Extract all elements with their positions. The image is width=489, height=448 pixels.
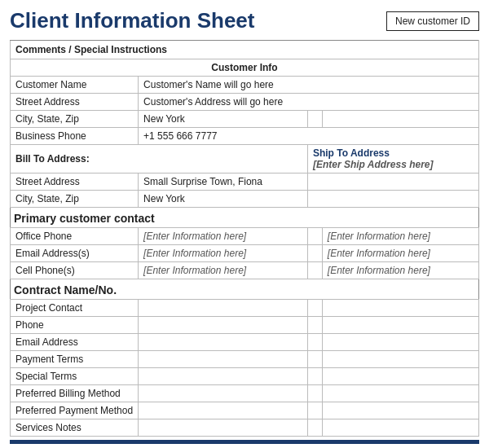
email-row: Email Address(s) [Enter Information here… (11, 245, 479, 262)
customer-info-header-row: Customer Info (11, 59, 479, 77)
header: Client Information Sheet New customer ID (10, 8, 479, 33)
preferred-billing-val1 (139, 385, 308, 402)
payment-terms-val1 (139, 351, 308, 368)
bill-street-extra (307, 173, 478, 191)
cell-phone-label: Cell Phone(s) (11, 262, 139, 279)
preferred-billing-val3 (322, 385, 478, 402)
payment-terms-row: Payment Terms (11, 351, 479, 368)
business-phone-row: Business Phone +1 555 666 7777 (11, 128, 479, 145)
special-terms-row: Special Terms (11, 368, 479, 385)
payment-terms-label: Payment Terms (11, 351, 139, 368)
payment-terms-val2 (307, 351, 322, 368)
phone-row: Phone (11, 317, 479, 334)
project-contact-row: Project Contact (11, 300, 479, 317)
business-phone-label: Business Phone (11, 128, 139, 145)
bill-street-label: Street Address (11, 173, 139, 191)
special-terms-val1 (139, 368, 308, 385)
cell-phone-row: Cell Phone(s) [Enter Information here] [… (11, 262, 479, 279)
customer-name-value: Customer's Name will go here (139, 77, 479, 94)
email-address-val1 (139, 334, 308, 351)
preferred-billing-label: Preferred Billing Method (11, 385, 139, 402)
cell-phone-col2: [Enter Information here] (322, 262, 478, 279)
preferred-payment-label: Preferred Payment Method (11, 402, 139, 419)
city-state-zip-value: New York (139, 111, 308, 128)
email-address-val3 (322, 334, 478, 351)
preferred-payment-val3 (322, 402, 478, 419)
email-mid (307, 245, 322, 262)
office-phone-col2: [Enter Information here] (322, 228, 478, 245)
preferred-payment-val1 (139, 402, 308, 419)
city-state-zip-extra2 (322, 111, 478, 128)
bill-street-row: Street Address Small Surprise Town, Fion… (11, 173, 479, 191)
primary-contact-title: Primary customer contact (11, 208, 479, 228)
preferred-billing-row: Preferred Billing Method (11, 385, 479, 402)
city-state-zip-label: City, State, Zip (11, 111, 139, 128)
ship-to-value: [Enter Ship Address here] (313, 159, 434, 170)
email-col2: [Enter Information here] (322, 245, 478, 262)
phone-val3 (322, 317, 478, 334)
bill-city-label: City, State, Zip (11, 191, 139, 208)
contract-title-row: Contract Name/No. (11, 279, 479, 300)
office-phone-mid (307, 228, 322, 245)
phone-val1 (139, 317, 308, 334)
new-customer-button[interactable]: New customer ID (386, 11, 479, 31)
cell-phone-col1: [Enter Information here] (139, 262, 308, 279)
office-phone-label: Office Phone (11, 228, 139, 245)
street-address-value: Customer's Address will go here (139, 94, 479, 111)
bill-street-value: Small Surprise Town, Fiona (139, 173, 308, 191)
bill-city-value: New York (139, 191, 308, 208)
project-contact-val2 (307, 300, 322, 317)
bill-city-row: City, State, Zip New York (11, 191, 479, 208)
email-address-val2 (307, 334, 322, 351)
email-col1: [Enter Information here] (139, 245, 308, 262)
street-address-label: Street Address (11, 94, 139, 111)
project-contact-val1 (139, 300, 308, 317)
special-terms-val2 (307, 368, 322, 385)
special-terms-val3 (322, 368, 478, 385)
primary-contact-title-row: Primary customer contact (11, 208, 479, 228)
page-title: Client Information Sheet (10, 8, 254, 33)
contract-title: Contract Name/No. (11, 279, 479, 300)
project-contact-label: Project Contact (11, 300, 139, 317)
phone-val2 (307, 317, 322, 334)
city-state-zip-extra1 (307, 111, 322, 128)
special-terms-label: Special Terms (11, 368, 139, 385)
office-phone-col1: [Enter Information here] (139, 228, 308, 245)
services-notes-val1 (139, 419, 308, 437)
email-address-label: Email Address (11, 334, 139, 351)
email-label: Email Address(s) (11, 245, 139, 262)
phone-label: Phone (11, 317, 139, 334)
bottom-bar (10, 440, 479, 444)
email-address-row: Email Address (11, 334, 479, 351)
bill-ship-header-row: Bill To Address: Ship To Address [Enter … (11, 145, 479, 173)
services-notes-row: Services Notes (11, 419, 479, 437)
business-phone-value: +1 555 666 7777 (139, 128, 479, 145)
page: Client Information Sheet New customer ID… (0, 0, 489, 448)
services-notes-label: Services Notes (11, 419, 139, 437)
main-table: Comments / Special Instructions Customer… (10, 40, 479, 437)
project-contact-val3 (322, 300, 478, 317)
payment-terms-val3 (322, 351, 478, 368)
cell-phone-mid (307, 262, 322, 279)
preferred-payment-row: Preferred Payment Method (11, 402, 479, 419)
office-phone-row: Office Phone [Enter Information here] [E… (11, 228, 479, 245)
street-address-row: Street Address Customer's Address will g… (11, 94, 479, 111)
preferred-billing-val2 (307, 385, 322, 402)
comments-label: Comments / Special Instructions (11, 41, 479, 59)
bill-city-extra (307, 191, 478, 208)
ship-to-label: Ship To Address [Enter Ship Address here… (307, 145, 478, 173)
preferred-payment-val2 (307, 402, 322, 419)
services-notes-val2 (307, 419, 322, 437)
services-notes-val3 (322, 419, 478, 437)
bill-to-label: Bill To Address: (11, 145, 308, 173)
customer-name-label: Customer Name (11, 77, 139, 94)
customer-name-row: Customer Name Customer's Name will go he… (11, 77, 479, 94)
customer-info-title: Customer Info (11, 59, 479, 77)
comments-row: Comments / Special Instructions (11, 41, 479, 59)
city-state-zip-row: City, State, Zip New York (11, 111, 479, 128)
